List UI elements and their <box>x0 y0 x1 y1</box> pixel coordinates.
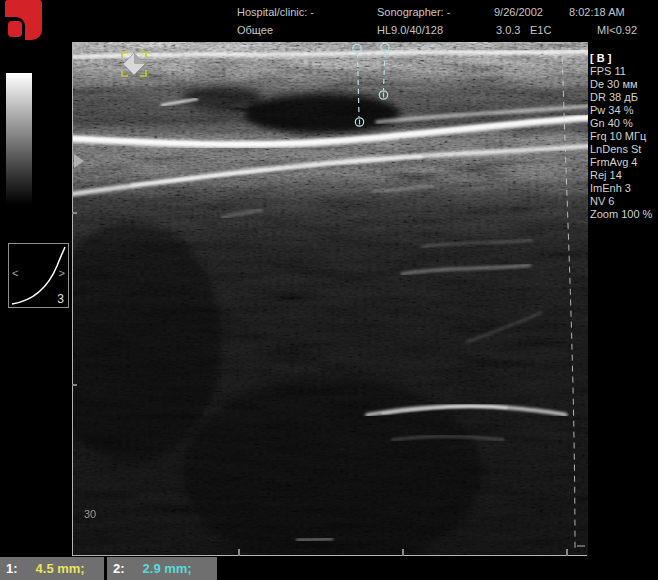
param-power: Pw 34 % <box>590 104 658 117</box>
param-fps: FPS 11 <box>590 65 658 78</box>
sonographer-label: Sonographer: - <box>377 6 450 18</box>
depth-top-label: 0 <box>82 43 88 55</box>
measurement-result-bar: 1: 4.5 mm; 2: 2.9 mm; <box>0 557 658 580</box>
depth-bottom-label: 30 <box>84 508 96 520</box>
grayscale-bar <box>6 73 32 205</box>
logo-dot <box>8 21 22 37</box>
param-frame-avg: FrmAvg 4 <box>590 156 658 169</box>
param-image-enhance: ImEnh 3 <box>590 182 658 195</box>
exam-date: 9/26/2002 <box>494 6 543 18</box>
measurement-result-2: 2: 2.9 mm; <box>107 557 217 580</box>
measurement-1-value: 4.5 mm; <box>36 561 85 576</box>
param-depth: De 30 мм <box>590 78 658 91</box>
mode-code: E1C <box>530 24 551 36</box>
parameter-panel: [ B ] FPS 11 De 30 мм DR 38 дБ Pw 34 % G… <box>590 52 658 221</box>
gamma-curve-box: < > 3 <box>8 243 69 308</box>
measurement-result-1: 1: 4.5 mm; <box>0 557 104 580</box>
param-frequency: Frq 10 МГц <box>590 130 658 143</box>
ultrasound-machine-screen: Hospital/clinic: - Sonographer: - 9/26/2… <box>0 0 658 580</box>
software-version: 3.0.3 <box>496 24 520 36</box>
measurement-2-value: 2.9 mm; <box>143 561 192 576</box>
exam-time: 8:02:18 AM <box>569 6 625 18</box>
param-zoom: Zoom 100 % <box>590 208 658 221</box>
scan-image-area: 0 30 <box>72 42 588 556</box>
measurement-2-index: 2: <box>113 561 125 576</box>
gamma-value: 3 <box>57 292 64 306</box>
brand-logo-icon <box>5 0 42 40</box>
ultrasound-image <box>72 42 588 556</box>
measurement-1-index: 1: <box>6 561 18 576</box>
param-line-density: LnDens St <box>590 143 658 156</box>
preset-label: Общее <box>237 24 273 36</box>
mode-indicator: [ B ] <box>590 52 658 65</box>
param-gain: Gn 40 % <box>590 117 658 130</box>
probe-label: HL9.0/40/128 <box>377 24 443 36</box>
param-nv: NV 6 <box>590 195 658 208</box>
mi-value: MI<0.92 <box>597 24 637 36</box>
gamma-prev-button[interactable]: < <box>12 268 18 279</box>
hospital-label: Hospital/clinic: - <box>237 6 314 18</box>
param-dynamic-range: DR 38 дБ <box>590 91 658 104</box>
param-rejection: Rej 14 <box>590 169 658 182</box>
gamma-next-button[interactable]: > <box>59 268 65 279</box>
